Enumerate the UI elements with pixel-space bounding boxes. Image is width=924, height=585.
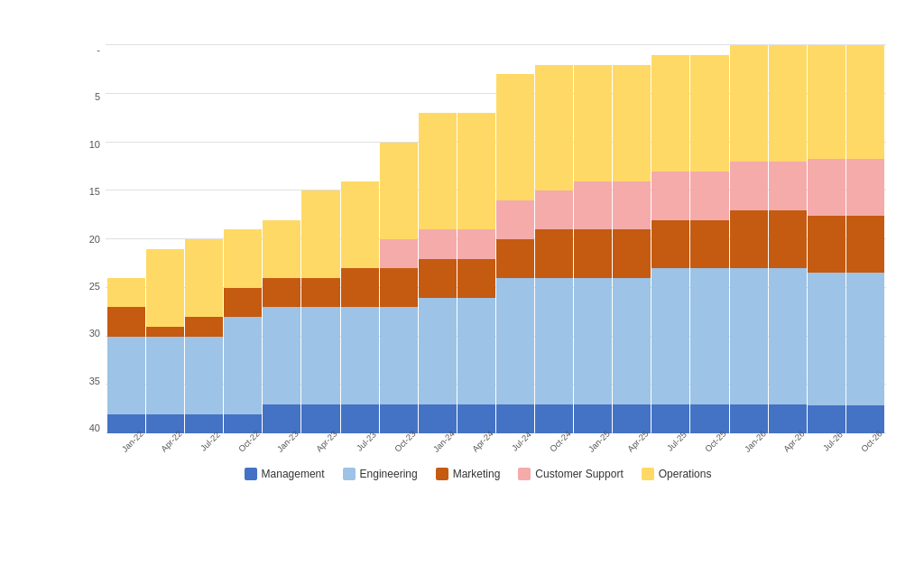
bars-row (106, 45, 886, 433)
bar-segment-operations (846, 45, 884, 159)
bar-segment-marketing (341, 268, 379, 307)
legend-color-box (245, 468, 257, 480)
bar-segment-engineering (224, 317, 262, 414)
bar-segment-customer_support (846, 159, 884, 216)
y-axis-label: 20 (69, 235, 106, 245)
grid-and-bars (106, 45, 886, 433)
bar-group (613, 65, 651, 434)
bar-group (146, 249, 184, 433)
y-axis-label: 10 (69, 140, 106, 150)
bar-group (535, 65, 573, 434)
legend-item: Marketing (436, 468, 501, 480)
legend-item: Customer Support (518, 468, 623, 480)
bar-segment-engineering (769, 268, 807, 404)
bar-segment-engineering (574, 278, 612, 404)
chart-container: 403530252015105- Jan-22Apr-22Jul-22Oct-2… (20, 13, 904, 572)
legend-label: Management (262, 468, 325, 480)
bar-segment-marketing (146, 327, 184, 337)
bar-group (574, 65, 612, 434)
bar-segment-marketing (846, 216, 884, 273)
legend-label: Operations (659, 468, 712, 480)
legend-color-box (518, 468, 531, 480)
bar-segment-operations (341, 181, 379, 269)
bar-segment-engineering (185, 337, 223, 414)
bar-segment-marketing (301, 278, 339, 307)
bar-segment-operations (769, 45, 807, 162)
bar-segment-customer_support (574, 181, 612, 230)
bar-segment-marketing (263, 278, 300, 307)
bar-segment-operations (730, 45, 768, 162)
bar-group (846, 45, 884, 433)
bar-segment-customer_support (496, 200, 534, 239)
bar-group (185, 239, 223, 433)
bar-group (769, 45, 807, 433)
bar-group (690, 55, 728, 433)
y-axis-label: 25 (69, 282, 106, 292)
bar-segment-operations (651, 55, 689, 172)
bar-segment-marketing (496, 239, 534, 278)
legend-item: Engineering (343, 468, 418, 480)
bar-segment-marketing (107, 307, 145, 336)
bar-segment-operations (535, 65, 573, 191)
bar-segment-engineering (651, 268, 689, 404)
bar-segment-marketing (574, 229, 612, 278)
bar-segment-engineering (419, 298, 457, 404)
x-labels: Jan-22Apr-22Jul-22Oct-22Jan-23Apr-23Jul-… (106, 435, 886, 460)
bar-segment-marketing (690, 220, 728, 269)
bar-segment-marketing (651, 220, 689, 269)
bar-segment-customer_support (419, 229, 457, 258)
bar-group (107, 278, 145, 433)
bar-segment-engineering (690, 268, 728, 404)
bar-segment-engineering (535, 278, 573, 404)
bar-segment-marketing (224, 288, 262, 317)
bar-group (341, 181, 379, 434)
bar-group (419, 113, 457, 433)
legend-color-box (642, 468, 654, 480)
bar-segment-operations (808, 45, 845, 159)
bar-segment-marketing (808, 216, 845, 273)
bar-segment-marketing (185, 317, 223, 337)
legend-item: Operations (642, 468, 712, 480)
bar-segment-engineering (496, 278, 534, 404)
legend-item: Management (245, 468, 325, 480)
bar-group (808, 45, 845, 433)
y-axis-label: 5 (69, 92, 106, 102)
bar-segment-operations (185, 239, 223, 317)
bar-segment-customer_support (457, 229, 495, 258)
bar-segment-engineering (846, 273, 884, 405)
bar-group (263, 220, 300, 434)
bar-segment-operations (419, 113, 457, 229)
bar-segment-marketing (769, 210, 807, 269)
bar-segment-marketing (457, 259, 495, 298)
bar-segment-customer_support (690, 172, 728, 220)
bar-segment-engineering (808, 273, 845, 405)
y-axis-label: 40 (69, 423, 106, 433)
bar-segment-operations (263, 220, 300, 279)
legend: ManagementEngineeringMarketingCustomer S… (69, 468, 886, 480)
legend-color-box (436, 468, 448, 480)
bar-segment-operations (224, 229, 262, 288)
bar-group (651, 55, 689, 433)
bar-segment-engineering (341, 307, 379, 404)
bar-segment-engineering (263, 307, 300, 404)
bar-segment-marketing (730, 210, 768, 269)
bar-segment-engineering (301, 307, 339, 404)
bar-segment-customer_support (808, 159, 845, 216)
bar-segment-customer_support (651, 172, 689, 220)
bar-segment-engineering (146, 337, 184, 414)
chart-area: 403530252015105- Jan-22Apr-22Jul-22Oct-2… (69, 45, 886, 460)
bar-segment-operations (301, 190, 339, 278)
legend-label: Marketing (453, 468, 501, 480)
legend-label: Customer Support (535, 468, 623, 480)
bar-segment-marketing (380, 268, 418, 307)
bar-segment-engineering (107, 337, 145, 414)
bar-segment-engineering (457, 298, 495, 404)
y-axis-label: 15 (69, 187, 106, 197)
bar-segment-engineering (380, 307, 418, 404)
bar-segment-customer_support (535, 190, 573, 229)
y-axis-label: 30 (69, 329, 106, 339)
bar-segment-operations (496, 74, 534, 200)
bar-segment-engineering (613, 278, 651, 404)
bar-segment-customer_support (769, 162, 807, 210)
bar-segment-marketing (535, 229, 573, 278)
